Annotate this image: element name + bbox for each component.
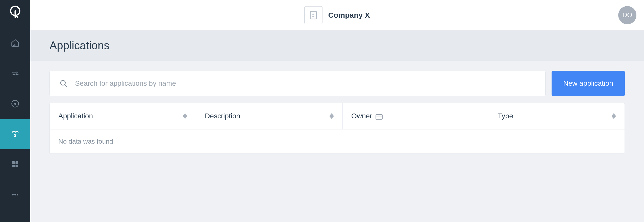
svg-point-3 — [15, 136, 16, 137]
top-bar: Company X DO — [30, 0, 644, 30]
svg-rect-13 — [376, 115, 383, 119]
company-selector[interactable]: Company X — [304, 6, 370, 24]
sidebar — [0, 0, 30, 222]
svg-point-9 — [14, 194, 16, 195]
main-area: Company X DO Applications New applica — [30, 0, 644, 222]
page-title: Applications — [49, 39, 109, 52]
column-label: Description — [205, 112, 240, 120]
column-header-type[interactable]: Type — [489, 103, 625, 129]
svg-rect-4 — [12, 161, 15, 164]
svg-rect-5 — [16, 161, 18, 164]
nav-target[interactable] — [0, 88, 30, 119]
svg-rect-11 — [311, 11, 316, 19]
search-input[interactable] — [49, 71, 546, 96]
column-label: Type — [498, 112, 513, 120]
search-icon — [60, 79, 68, 87]
sort-icon — [329, 113, 334, 119]
svg-rect-6 — [12, 165, 15, 168]
content: New application Application Description — [30, 61, 644, 222]
svg-point-10 — [17, 194, 18, 195]
svg-rect-7 — [16, 165, 18, 168]
column-header-description[interactable]: Description — [196, 103, 343, 129]
sort-icon — [183, 113, 187, 119]
toolbar: New application — [49, 71, 625, 96]
search-wrapper — [49, 71, 546, 96]
sort-icon — [611, 113, 616, 119]
nav-transfers[interactable] — [0, 58, 30, 88]
card-icon — [376, 113, 383, 119]
new-application-button[interactable]: New application — [552, 71, 625, 96]
column-label: Owner — [351, 112, 372, 120]
app-logo — [9, 5, 21, 18]
table-header: Application Description — [50, 103, 625, 129]
nav-more[interactable] — [0, 180, 30, 210]
column-header-owner[interactable]: Owner — [343, 103, 489, 129]
nav-home[interactable] — [0, 28, 30, 58]
applications-table: Application Description — [49, 103, 625, 154]
nav-applications[interactable] — [0, 119, 30, 149]
svg-point-8 — [12, 194, 14, 195]
nav-grid[interactable] — [0, 149, 30, 180]
table-body: No data was found — [50, 129, 625, 153]
column-header-application[interactable]: Application — [50, 103, 196, 129]
svg-point-2 — [14, 103, 16, 104]
column-label: Application — [58, 112, 93, 120]
building-icon — [304, 6, 323, 24]
user-avatar[interactable]: DO — [618, 6, 636, 24]
empty-state: No data was found — [50, 129, 625, 153]
page-title-bar: Applications — [30, 30, 644, 61]
company-name: Company X — [328, 11, 370, 19]
